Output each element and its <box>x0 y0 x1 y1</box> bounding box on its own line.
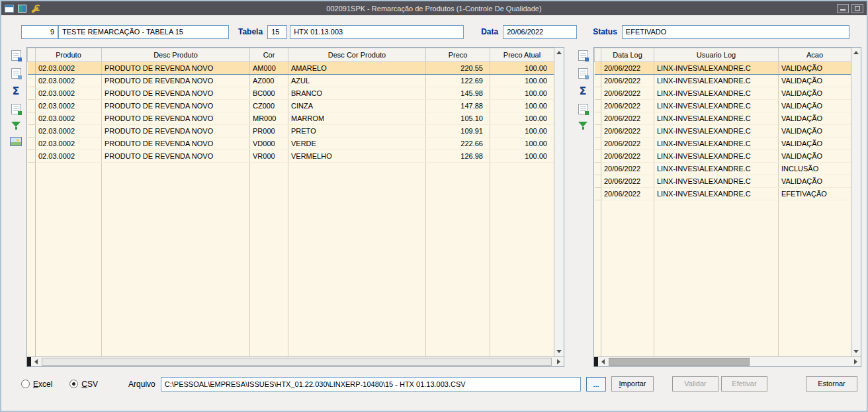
row-indicator[interactable] <box>595 100 601 112</box>
table-cell[interactable]: PRODUTO DE REVENDA NOVO <box>102 112 250 125</box>
table-cell[interactable]: 02.03.0002 <box>36 150 102 163</box>
table-cell[interactable]: MR000 <box>250 112 288 125</box>
table-cell[interactable]: VALIDAÇÃO <box>779 75 851 87</box>
table-cell[interactable]: 220.55 <box>426 62 490 75</box>
window-icon[interactable] <box>5 5 14 13</box>
table-cell[interactable]: 20/06/2022 <box>601 188 654 200</box>
table-cell[interactable]: 100.00 <box>490 100 554 112</box>
estornar-button[interactable]: Estornar <box>806 376 857 391</box>
row-indicator[interactable] <box>595 87 601 100</box>
excel-export-icon[interactable] <box>11 104 21 114</box>
table-cell[interactable]: VALIDAÇÃO <box>779 125 851 138</box>
row-indicator[interactable] <box>595 125 601 138</box>
row-indicator[interactable] <box>28 125 36 138</box>
row-indicator[interactable] <box>595 62 601 75</box>
table-cell[interactable]: 20/06/2022 <box>601 163 654 175</box>
row-indicator[interactable] <box>595 150 601 163</box>
table-cell[interactable]: 100.00 <box>490 150 554 163</box>
table-cell[interactable]: AM000 <box>250 62 288 75</box>
table-row[interactable]: 20/06/2022LINX-INVES\ALEXANDRE.CVALIDAÇÃ… <box>595 150 851 163</box>
table-cell[interactable]: VALIDAÇÃO <box>779 175 851 188</box>
table-cell[interactable]: PRODUTO DE REVENDA NOVO <box>102 125 250 138</box>
column-header[interactable]: Desc Cor Produto <box>288 48 426 62</box>
efetivar-button[interactable]: Efetivar <box>721 376 767 391</box>
row-indicator[interactable] <box>28 75 36 87</box>
grid-layout-icon[interactable] <box>11 68 21 79</box>
scroll-left-icon[interactable] <box>31 357 41 367</box>
table-cell[interactable]: PRODUTO DE REVENDA NOVO <box>102 75 250 87</box>
table-cell[interactable]: 20/06/2022 <box>601 175 654 188</box>
table-cell[interactable]: PRODUTO DE REVENDA NOVO <box>102 138 250 150</box>
table-cell[interactable]: PR000 <box>250 125 288 138</box>
grid-layout-icon[interactable] <box>578 68 588 79</box>
scroll-down-icon[interactable] <box>554 347 564 356</box>
export-grid-icon[interactable] <box>578 50 588 61</box>
excel-radio[interactable]: Excel <box>21 380 52 389</box>
row-indicator[interactable] <box>28 138 36 150</box>
table-cell[interactable]: BC000 <box>250 87 288 100</box>
column-header[interactable]: Desc Produto <box>102 48 250 62</box>
table-cell[interactable]: 100.00 <box>490 62 554 75</box>
table-cell[interactable]: 100.00 <box>490 75 554 87</box>
table-cell[interactable]: PRODUTO DE REVENDA NOVO <box>102 62 250 75</box>
table-cell[interactable]: PRETO <box>288 125 426 138</box>
grid-icon[interactable] <box>18 5 26 13</box>
table-cell[interactable]: PRODUTO DE REVENDA NOVO <box>102 150 250 163</box>
scroll-track[interactable] <box>41 357 554 366</box>
table-cell[interactable]: 02.03.0002 <box>36 87 102 100</box>
table-cell[interactable]: AZUL <box>288 75 426 87</box>
table-cell[interactable]: VERMELHO <box>288 150 426 163</box>
column-header[interactable]: Preco Atual <box>490 48 554 62</box>
table-cell[interactable]: VALIDAÇÃO <box>779 62 851 75</box>
row-indicator[interactable] <box>595 175 601 188</box>
table-cell[interactable]: LINX-INVES\ALEXANDRE.C <box>654 62 779 75</box>
table-cell[interactable]: LINX-INVES\ALEXANDRE.C <box>654 150 779 163</box>
table-row[interactable]: 20/06/2022LINX-INVES\ALEXANDRE.CVALIDAÇÃ… <box>595 75 851 87</box>
column-header[interactable]: Acao <box>779 48 851 62</box>
table-cell[interactable]: 122.69 <box>426 75 490 87</box>
filter-icon[interactable] <box>11 122 21 130</box>
scroll-track[interactable] <box>608 357 851 366</box>
sum-icon[interactable]: Σ <box>580 86 587 97</box>
table-row[interactable]: 02.03.0002PRODUTO DE REVENDA NOVOAZ000AZ… <box>28 75 554 87</box>
table-row[interactable]: 20/06/2022LINX-INVES\ALEXANDRE.CVALIDAÇÃ… <box>595 87 851 100</box>
tabela-code-field[interactable] <box>290 25 464 39</box>
table-cell[interactable]: 02.03.0002 <box>36 75 102 87</box>
table-row[interactable]: 02.03.0002PRODUTO DE REVENDA NOVOBC000BR… <box>28 87 554 100</box>
table-cell[interactable]: LINX-INVES\ALEXANDRE.C <box>654 87 779 100</box>
table-cell[interactable]: AZ000 <box>250 75 288 87</box>
data-field[interactable] <box>503 25 577 39</box>
csv-radio-circle[interactable] <box>69 380 78 388</box>
table-cell[interactable]: 20/06/2022 <box>601 87 654 100</box>
table-row[interactable]: 20/06/2022LINX-INVES\ALEXANDRE.CEFETIVAÇ… <box>595 188 851 200</box>
sum-icon[interactable]: Σ <box>13 86 20 97</box>
column-header[interactable]: Usuario Log <box>654 48 779 62</box>
horizontal-scrollbar[interactable] <box>594 356 861 366</box>
excel-export-icon[interactable] <box>578 104 588 114</box>
table-cell[interactable]: PRODUTO DE REVENDA NOVO <box>102 87 250 100</box>
table-cell[interactable]: EFETIVAÇÃO <box>779 188 851 200</box>
table-cell[interactable]: VALIDAÇÃO <box>779 112 851 125</box>
table-row[interactable]: 02.03.0002PRODUTO DE REVENDA NOVOAM000AM… <box>28 62 554 75</box>
table-cell[interactable]: CZ000 <box>250 100 288 112</box>
file-path-field[interactable] <box>161 377 581 391</box>
table-cell[interactable]: LINX-INVES\ALEXANDRE.C <box>654 163 779 175</box>
table-cell[interactable]: MARROM <box>288 112 426 125</box>
table-row[interactable]: 20/06/2022LINX-INVES\ALEXANDRE.CVALIDAÇÃ… <box>595 100 851 112</box>
table-cell[interactable]: 20/06/2022 <box>601 62 654 75</box>
table-cell[interactable]: VALIDAÇÃO <box>779 100 851 112</box>
row-indicator[interactable] <box>28 87 36 100</box>
row-indicator[interactable] <box>595 188 601 200</box>
table-cell[interactable]: 20/06/2022 <box>601 125 654 138</box>
table-cell[interactable]: 20/06/2022 <box>601 150 654 163</box>
table-cell[interactable]: VALIDAÇÃO <box>779 150 851 163</box>
table-cell[interactable]: AMARELO <box>288 62 426 75</box>
table-row[interactable]: 20/06/2022LINX-INVES\ALEXANDRE.CVALIDAÇÃ… <box>595 62 851 75</box>
table-cell[interactable]: LINX-INVES\ALEXANDRE.C <box>654 188 779 200</box>
scroll-right-icon[interactable] <box>851 357 861 367</box>
table-cell[interactable]: VR000 <box>250 150 288 163</box>
image-icon[interactable] <box>10 137 22 146</box>
scroll-left-icon[interactable] <box>598 357 608 367</box>
column-header[interactable]: Cor <box>250 48 288 62</box>
table-cell[interactable]: 02.03.0002 <box>36 62 102 75</box>
